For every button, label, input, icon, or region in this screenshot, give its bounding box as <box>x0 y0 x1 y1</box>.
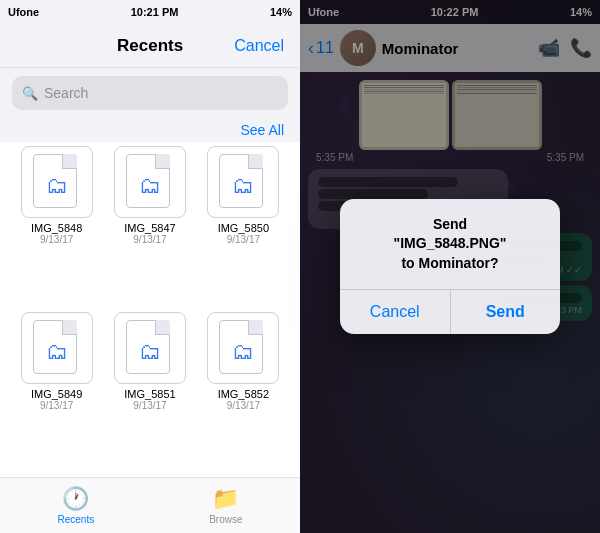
file-item-5[interactable]: 🗂 IMG_5852 9/13/17 <box>203 312 284 466</box>
battery-left: 14% <box>270 6 292 18</box>
carrier-left: Ufone <box>8 6 39 18</box>
file-item-4[interactable]: 🗂 IMG_5851 9/13/17 <box>109 312 190 466</box>
file-name-0: IMG_5848 <box>31 222 82 234</box>
folder-icon-3: 🗂 <box>46 339 68 365</box>
file-item-3[interactable]: 🗂 IMG_5849 9/13/17 <box>16 312 97 466</box>
nav-bar-left: Recents Cancel <box>0 24 300 68</box>
file-name-2: IMG_5850 <box>218 222 269 234</box>
file-date-4: 9/13/17 <box>133 400 166 411</box>
folder-icon-4: 🗂 <box>139 339 161 365</box>
search-container: 🔍 Search <box>0 68 300 118</box>
file-date-5: 9/13/17 <box>227 400 260 411</box>
folder-icon-0: 🗂 <box>46 173 68 199</box>
status-bar-left: Ufone 10:21 PM 14% <box>0 0 300 24</box>
dialog-overlay: Send "IMG_5848.PNG" to Mominator? Cancel… <box>300 0 600 533</box>
file-date-3: 9/13/17 <box>40 400 73 411</box>
file-date-2: 9/13/17 <box>227 234 260 245</box>
cancel-button[interactable]: Cancel <box>234 37 284 55</box>
dialog-send-label: Send <box>433 216 467 232</box>
search-bar[interactable]: 🔍 Search <box>12 76 288 110</box>
file-item-2[interactable]: 🗂 IMG_5850 9/13/17 <box>203 146 284 300</box>
recents-icon: 🕐 <box>62 486 89 512</box>
tab-browse-label: Browse <box>209 514 242 525</box>
search-placeholder: Search <box>44 85 88 101</box>
file-icon-5: 🗂 <box>207 312 279 384</box>
chat-panel: Ufone 10:22 PM 14% ‹ 11 M Mominator 📹 📞 <box>300 0 600 533</box>
dialog-buttons: Cancel Send <box>340 290 560 334</box>
file-date-1: 9/13/17 <box>133 234 166 245</box>
file-icon-2: 🗂 <box>207 146 279 218</box>
files-grid: 🗂 IMG_5848 9/13/17 🗂 IMG_5847 9/13/17 🗂 <box>0 142 300 477</box>
file-name-4: IMG_5851 <box>124 388 175 400</box>
file-icon-0: 🗂 <box>21 146 93 218</box>
see-all-row: See All <box>0 118 300 142</box>
file-item-0[interactable]: 🗂 IMG_5848 9/13/17 <box>16 146 97 300</box>
tab-bar: 🕐 Recents 📁 Browse <box>0 477 300 533</box>
browse-icon: 📁 <box>212 486 239 512</box>
dialog-filename: "IMG_5848.PNG" <box>394 235 507 251</box>
tab-recents-label: Recents <box>57 514 94 525</box>
file-icon-1: 🗂 <box>114 146 186 218</box>
folder-icon-5: 🗂 <box>232 339 254 365</box>
tab-recents[interactable]: 🕐 Recents <box>57 486 94 525</box>
dialog-cancel-button[interactable]: Cancel <box>340 290 451 334</box>
files-panel: Ufone 10:21 PM 14% Recents Cancel 🔍 Sear… <box>0 0 300 533</box>
see-all-link[interactable]: See All <box>240 122 284 138</box>
file-item-1[interactable]: 🗂 IMG_5847 9/13/17 <box>109 146 190 300</box>
dialog-recipient: to Mominator? <box>401 255 498 271</box>
file-date-0: 9/13/17 <box>40 234 73 245</box>
dialog-title: Send "IMG_5848.PNG" to Mominator? <box>360 215 540 274</box>
tab-browse[interactable]: 📁 Browse <box>209 486 242 525</box>
file-name-1: IMG_5847 <box>124 222 175 234</box>
file-name-5: IMG_5852 <box>218 388 269 400</box>
confirm-dialog: Send "IMG_5848.PNG" to Mominator? Cancel… <box>340 199 560 335</box>
file-icon-4: 🗂 <box>114 312 186 384</box>
file-icon-3: 🗂 <box>21 312 93 384</box>
file-name-3: IMG_5849 <box>31 388 82 400</box>
recents-title: Recents <box>117 36 183 56</box>
folder-icon-2: 🗂 <box>232 173 254 199</box>
dialog-send-button[interactable]: Send <box>451 290 561 334</box>
time-left: 10:21 PM <box>131 6 179 18</box>
search-icon: 🔍 <box>22 86 38 101</box>
dialog-content: Send "IMG_5848.PNG" to Mominator? <box>340 199 560 291</box>
folder-icon-1: 🗂 <box>139 173 161 199</box>
